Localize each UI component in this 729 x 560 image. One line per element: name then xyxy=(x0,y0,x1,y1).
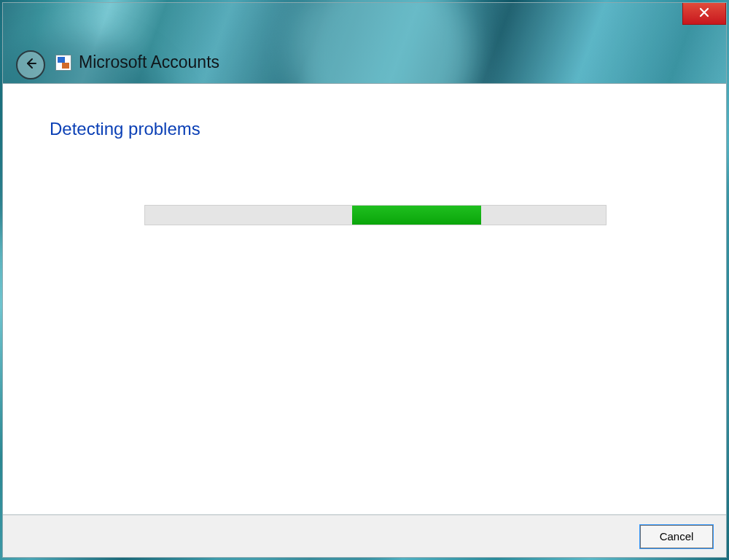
arrow-left-icon xyxy=(24,57,37,73)
troubleshooter-app-icon xyxy=(55,55,71,71)
header-title-group: Microsoft Accounts xyxy=(55,52,219,72)
footer-bar: Cancel xyxy=(3,515,726,557)
troubleshooter-window: Microsoft Accounts Detecting problems Ca… xyxy=(2,2,727,558)
progress-bar xyxy=(144,205,607,225)
page-title: Microsoft Accounts xyxy=(79,52,219,72)
content-area: Detecting problems xyxy=(3,83,726,515)
back-button[interactable] xyxy=(16,50,45,79)
window-header: Microsoft Accounts xyxy=(3,3,726,83)
close-icon xyxy=(699,7,709,20)
progress-container xyxy=(144,205,607,225)
progress-bar-segment xyxy=(352,206,481,225)
status-heading: Detecting problems xyxy=(50,119,679,139)
close-button[interactable] xyxy=(682,3,726,25)
cancel-button[interactable]: Cancel xyxy=(640,525,713,548)
